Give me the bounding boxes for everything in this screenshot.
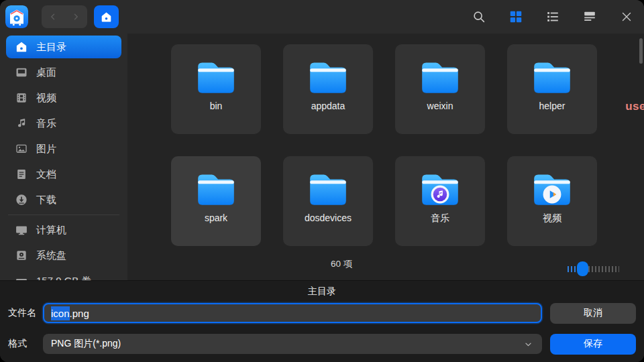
close-icon[interactable] (619, 9, 634, 24)
sidebar-item-icon (15, 249, 28, 262)
sidebar-item-label: 计算机 (36, 224, 66, 237)
icon-size-slider[interactable] (568, 261, 619, 276)
folder-tile[interactable]: 视频 (507, 156, 597, 246)
sidebar-item-label: 桌面 (36, 66, 56, 79)
save-panel: 主目录 文件名 icon.png 取消 格式 PNG 图片(*.png) 保存 (0, 280, 644, 362)
sidebar-item-label: 文档 (36, 168, 56, 181)
chevron-right-icon (70, 11, 82, 23)
sidebar-item-volume[interactable]: 157.9 GB 卷 (6, 269, 121, 280)
format-dropdown[interactable]: PNG 图片(*.png) (43, 334, 542, 354)
sidebar-item-doc[interactable]: 文档 (6, 163, 121, 186)
detail-view-icon[interactable] (582, 9, 597, 24)
folder-name: spark (205, 213, 227, 223)
item-count-label: 60 项 (331, 258, 352, 270)
sidebar-item-label: 视频 (36, 92, 56, 105)
chevron-left-icon (47, 11, 59, 23)
grid-view-icon[interactable] (508, 9, 523, 24)
chevron-down-icon (523, 339, 534, 350)
folder-icon (418, 58, 462, 95)
folder-name: appdata (311, 101, 345, 111)
folder-icon (194, 58, 238, 95)
sidebar-item-film[interactable]: 视频 (6, 86, 121, 109)
sidebar-item-download[interactable]: 下载 (6, 188, 121, 211)
back-button[interactable] (42, 5, 64, 28)
sidebar-item-icon (15, 142, 28, 156)
sidebar-item-icon (15, 274, 28, 280)
sidebar-item-computer[interactable]: 计算机 (6, 219, 121, 241)
sidebar-item-icon (15, 117, 28, 130)
file-save-dialog-window: 主目录 桌面 视频 音乐 图片 文档 下载 计算机 系统盘 157.9 GB 卷 (0, 0, 644, 362)
sidebar-item-icon (15, 40, 28, 54)
forward-button[interactable] (64, 5, 87, 28)
folder-tile[interactable]: helper (507, 44, 597, 134)
sidebar-item-picture[interactable]: 图片 (6, 137, 121, 160)
filename-input[interactable]: icon.png (43, 303, 542, 323)
titlebar-actions (472, 9, 634, 24)
current-path-label: 主目录 (8, 284, 636, 298)
folder-icon (530, 58, 574, 95)
format-value: PNG 图片(*.png) (51, 338, 121, 350)
filename-row: 文件名 icon.png 取消 (8, 302, 636, 324)
save-button[interactable]: 保存 (550, 334, 636, 355)
sidebar-item-home[interactable]: 主目录 (6, 36, 121, 58)
sidebar-item-label: 系统盘 (36, 249, 66, 262)
watermark-text: use (625, 100, 644, 113)
folder-badge-icon (431, 185, 449, 204)
folder-icon (306, 58, 350, 95)
folder-view: bin appdata weixin helper spark dosdevic… (127, 34, 644, 280)
folder-name: dosdevices (305, 213, 352, 223)
filename-label: 文件名 (8, 307, 43, 319)
folder-name: 视频 (543, 213, 561, 225)
folder-tile[interactable]: dosdevices (283, 156, 373, 246)
folder-name: weixin (427, 101, 453, 111)
folder-tile[interactable]: appdata (283, 44, 373, 134)
sidebar-item-label: 图片 (36, 143, 56, 156)
sidebar-item-label: 157.9 GB 卷 (36, 275, 92, 281)
filename-rest-text: .png (70, 308, 89, 319)
folder-name: helper (539, 101, 566, 111)
home-icon (100, 11, 113, 23)
sidebar-item-label: 下载 (36, 194, 56, 206)
search-icon[interactable] (472, 9, 486, 24)
app-logo-icon (5, 5, 28, 28)
cancel-button[interactable]: 取消 (550, 303, 636, 324)
sidebar-list: 主目录 桌面 视频 音乐 图片 文档 下载 计算机 系统盘 157.9 GB 卷 (0, 34, 127, 280)
scrollbar-thumb[interactable] (639, 38, 643, 64)
folder-tile[interactable]: weixin (395, 44, 485, 134)
sidebar-item-disk[interactable]: 系统盘 (6, 244, 121, 267)
sidebar-item-icon (15, 66, 28, 79)
folder-tile[interactable]: spark (171, 156, 261, 246)
sidebar-item-music[interactable]: 音乐 (6, 112, 121, 135)
folder-tile[interactable]: bin (171, 44, 261, 134)
folder-tile[interactable]: 音乐 (395, 156, 485, 246)
folder-grid: bin appdata weixin helper spark dosdevic… (171, 44, 598, 246)
slider-ticks-right (588, 266, 619, 272)
folder-badge-icon (543, 185, 561, 204)
folder-name: bin (210, 101, 223, 111)
titlebar (0, 0, 644, 34)
sidebar-item-label: 音乐 (36, 117, 56, 130)
sidebar-item-icon (15, 91, 28, 105)
list-view-icon[interactable] (545, 9, 560, 24)
format-row: 格式 PNG 图片(*.png) 保存 (8, 333, 636, 355)
sidebar-item-icon (15, 168, 28, 181)
folder-icon (306, 170, 350, 206)
sidebar-item-icon (15, 193, 28, 206)
sidebar-item-desktop[interactable]: 桌面 (6, 61, 121, 84)
home-button[interactable] (94, 5, 119, 28)
filename-selected-text: icon (51, 306, 70, 320)
folder-icon (194, 170, 238, 206)
sidebar-item-icon (15, 223, 28, 237)
view-buttons (508, 9, 597, 24)
slider-thumb[interactable] (577, 261, 588, 276)
sidebar-divider (8, 215, 119, 215)
sidebar-item-label: 主目录 (36, 41, 66, 54)
folder-name: 音乐 (431, 213, 449, 225)
slider-ticks-left (568, 266, 577, 272)
nav-pill (42, 5, 87, 28)
format-label: 格式 (8, 338, 43, 350)
